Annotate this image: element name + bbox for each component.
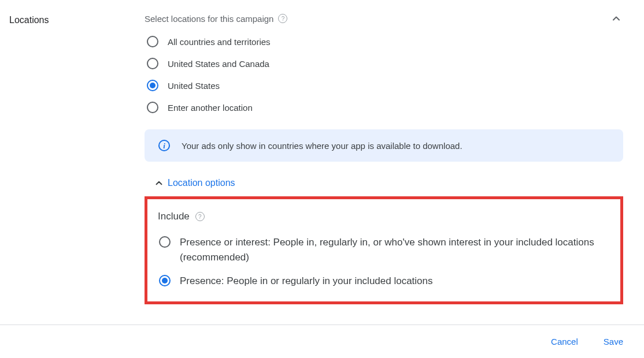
radio-icon — [147, 58, 158, 69]
cancel-button[interactable]: Cancel — [546, 333, 583, 350]
collapse-section-button[interactable] — [609, 12, 623, 25]
radio-icon-selected — [147, 80, 158, 91]
chevron-up-icon — [154, 178, 164, 188]
save-button[interactable]: Save — [599, 333, 628, 350]
radio-label: United States — [168, 81, 220, 91]
location-options-label: Location options — [168, 178, 235, 188]
radio-presence[interactable]: Presence: People in or regularly in your… — [159, 274, 610, 289]
radio-label: Enter another location — [168, 103, 253, 113]
include-radio-group: Presence or interest: People in, regular… — [158, 235, 610, 289]
radio-icon — [147, 36, 158, 47]
section-title: Locations — [9, 12, 145, 25]
help-icon[interactable]: ? — [195, 212, 205, 221]
radio-icon — [159, 236, 171, 248]
include-title: Include — [158, 211, 190, 222]
radio-presence-or-interest[interactable]: Presence or interest: People in, regular… — [159, 235, 610, 264]
radio-label: United States and Canada — [168, 59, 269, 69]
radio-all-countries[interactable]: All countries and territories — [147, 36, 623, 47]
radio-label: Presence or interest: People in, regular… — [180, 235, 610, 264]
radio-us-canada[interactable]: United States and Canada — [147, 58, 623, 69]
footer: Cancel Save — [0, 325, 644, 358]
radio-us[interactable]: United States — [147, 80, 623, 91]
radio-label: All countries and territories — [168, 37, 271, 47]
radio-enter-location[interactable]: Enter another location — [147, 102, 623, 113]
radio-icon — [147, 102, 158, 113]
chevron-up-icon — [610, 13, 622, 24]
info-banner: i Your ads only show in countries where … — [145, 129, 623, 162]
subtitle: Select locations for this campaign — [145, 14, 273, 24]
help-icon[interactable]: ? — [278, 14, 287, 23]
location-options-toggle[interactable]: Location options — [145, 178, 623, 188]
info-icon: i — [158, 140, 170, 151]
info-text: Your ads only show in countries where yo… — [182, 141, 462, 151]
include-section-highlighted: Include ? Presence or interest: People i… — [145, 196, 623, 304]
radio-label: Presence: People in or regularly in your… — [180, 274, 433, 289]
radio-icon-selected — [159, 275, 171, 286]
location-radio-group: All countries and territories United Sta… — [145, 36, 623, 113]
